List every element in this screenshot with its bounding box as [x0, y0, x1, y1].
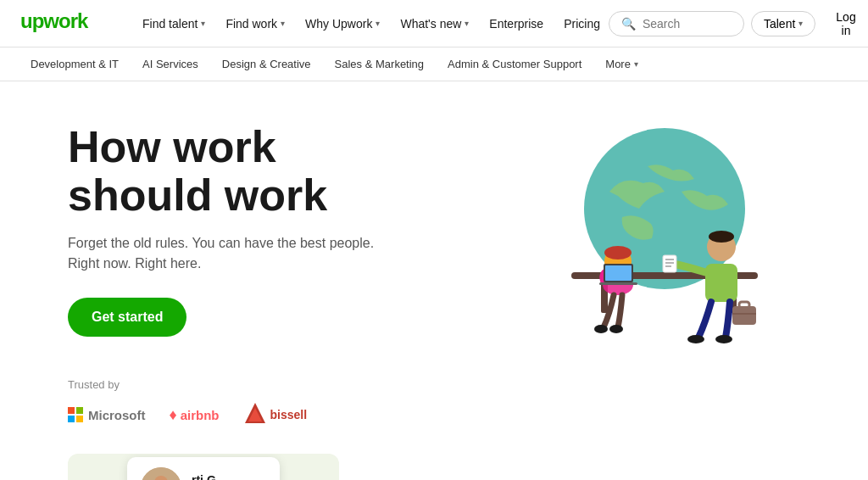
- logo-text: upwork: [20, 16, 107, 37]
- microsoft-logo: Microsoft: [68, 407, 146, 422]
- chevron-down-icon: ▾: [281, 19, 285, 28]
- svg-rect-16: [663, 255, 676, 272]
- profile-name: rti G.: [192, 473, 238, 480]
- nav-why-upwork[interactable]: Why Upwork ▾: [297, 12, 388, 36]
- sec-nav-development[interactable]: Development & IT: [20, 53, 129, 75]
- svg-text:upwork: upwork: [20, 9, 89, 32]
- bissell-icon: [243, 401, 267, 428]
- airbnb-icon: ♦: [170, 406, 177, 424]
- talent-button[interactable]: Talent ▾: [751, 11, 815, 36]
- bottom-section: rti G. ★★★★★ ✓ Up your work game, it's e…: [0, 454, 868, 480]
- top-navigation: upwork Find talent ▾ Find work ▾ Why Upw…: [0, 0, 868, 47]
- nav-right: 🔍 Talent ▾ Log in Sign up: [609, 3, 868, 44]
- chevron-down-icon: ▾: [798, 19, 803, 28]
- trusted-label: Trusted by: [68, 378, 800, 391]
- avatar: [141, 467, 181, 480]
- hero-illustration: [478, 115, 800, 344]
- hero-title: How work should work: [68, 123, 434, 220]
- sec-nav-admin[interactable]: Admin & Customer Support: [437, 53, 592, 75]
- chevron-down-icon: ▾: [376, 19, 380, 28]
- card-preview: rti G. ★★★★★ ✓: [68, 454, 339, 480]
- bissell-logo: bissell: [243, 401, 308, 428]
- airbnb-logo: ♦ airbnb: [170, 406, 220, 424]
- svg-point-20: [687, 335, 704, 343]
- chevron-down-icon: ▾: [201, 19, 205, 28]
- hero-right: [434, 115, 800, 344]
- nav-find-work[interactable]: Find work ▾: [217, 12, 293, 36]
- svg-rect-13: [705, 264, 737, 302]
- search-icon: 🔍: [621, 17, 636, 31]
- nav-find-talent[interactable]: Find talent ▾: [134, 12, 214, 36]
- login-button[interactable]: Log in: [822, 3, 868, 44]
- svg-point-12: [609, 325, 623, 333]
- svg-point-11: [594, 325, 608, 333]
- sec-nav-sales[interactable]: Sales & Marketing: [325, 53, 435, 75]
- get-started-button[interactable]: Get started: [68, 298, 186, 337]
- sec-nav-more[interactable]: More ▾: [595, 53, 648, 75]
- svg-rect-10: [599, 282, 637, 285]
- svg-point-7: [604, 246, 632, 260]
- search-input[interactable]: [643, 17, 727, 31]
- microsoft-icon: [68, 407, 83, 422]
- secondary-navigation: Development & IT AI Services Design & Cr…: [0, 47, 868, 81]
- chevron-down-icon: ▾: [465, 19, 469, 28]
- chevron-down-icon: ▾: [634, 59, 638, 69]
- search-bar[interactable]: 🔍: [609, 11, 744, 36]
- top-nav-links: Find talent ▾ Find work ▾ Why Upwork ▾ W…: [134, 12, 609, 36]
- svg-point-15: [709, 231, 734, 243]
- right-content: Up your work game, it's easy No cost to …: [390, 454, 868, 480]
- trusted-logos: Microsoft ♦ airbnb bissell: [68, 401, 800, 428]
- svg-rect-9: [605, 265, 632, 281]
- logo[interactable]: upwork: [20, 9, 107, 38]
- nav-whats-new[interactable]: What's new ▾: [392, 12, 477, 36]
- hero-left: How work should work Forget the old rule…: [68, 123, 434, 337]
- profile-card: rti G. ★★★★★: [127, 457, 280, 480]
- svg-point-21: [715, 335, 732, 343]
- nav-pricing[interactable]: Pricing: [555, 12, 609, 36]
- sec-nav-design[interactable]: Design & Creative: [212, 53, 321, 75]
- hero-section: How work should work Forget the old rule…: [0, 81, 868, 361]
- sec-nav-ai[interactable]: AI Services: [132, 53, 209, 75]
- profile-info: rti G. ★★★★★: [192, 473, 238, 480]
- trusted-section: Trusted by Microsoft ♦ airbnb: [0, 361, 868, 454]
- nav-enterprise[interactable]: Enterprise: [481, 12, 552, 36]
- hero-subtitle: Forget the old rules. You can have the b…: [68, 233, 434, 274]
- svg-rect-23: [739, 302, 749, 308]
